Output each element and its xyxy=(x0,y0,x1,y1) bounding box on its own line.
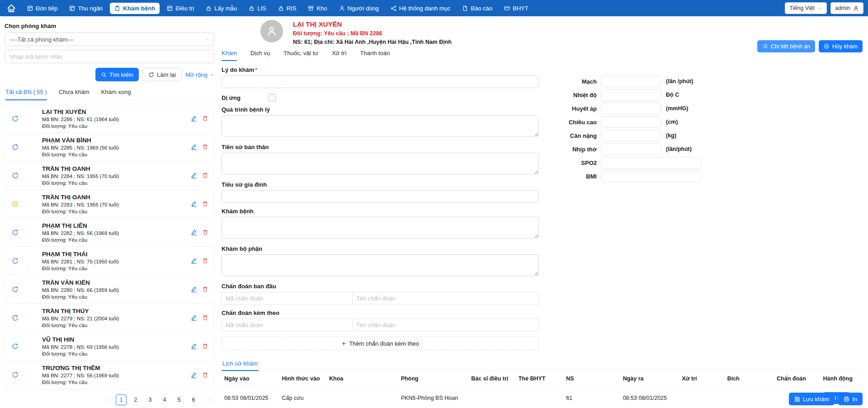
pencil-icon[interactable] xyxy=(191,258,197,264)
nav-item[interactable]: Kho xyxy=(303,3,331,14)
home-icon[interactable] xyxy=(6,3,16,13)
nav-item-label: RIS xyxy=(287,5,297,12)
trash-icon[interactable] xyxy=(202,372,208,378)
history-cell: 08:53 08/01/2025 xyxy=(620,386,679,408)
nav-item[interactable]: LIS xyxy=(244,3,271,14)
patient-list-tab[interactable]: Tất cả BN ( 55 ) xyxy=(5,89,47,100)
secondary-diagnosis-code-input[interactable] xyxy=(222,319,353,331)
vital-input[interactable] xyxy=(601,116,661,128)
patient-list-item[interactable]: TRẦN VĂN KIẾNMã BN: 2280 ; NS: 66 (1959 … xyxy=(5,275,214,304)
exam-tab[interactable]: Khám xyxy=(222,50,237,61)
secondary-diagnosis-name-input[interactable] xyxy=(352,319,539,331)
trash-icon[interactable] xyxy=(202,286,208,292)
trash-icon[interactable] xyxy=(202,115,208,122)
vital-input[interactable] xyxy=(601,143,661,155)
patient-page-3[interactable]: 3 xyxy=(145,394,156,405)
nav-item[interactable]: Khám bệnh xyxy=(110,3,160,14)
vital-input[interactable] xyxy=(601,130,661,141)
nav-item[interactable]: Lấy mẫu xyxy=(201,3,241,14)
pencil-icon[interactable] xyxy=(191,372,197,378)
patient-code-input[interactable] xyxy=(5,50,214,63)
patient-page-6[interactable]: 6 xyxy=(188,394,199,405)
patient-list-tab[interactable]: Khám xong xyxy=(101,89,131,100)
chevron-right-icon[interactable] xyxy=(203,394,213,405)
patient-page-2[interactable]: 2 xyxy=(130,394,141,405)
exam-tab[interactable]: Xử trí xyxy=(332,50,347,61)
personal-history-textarea[interactable] xyxy=(222,153,539,174)
vital-label: BMI xyxy=(567,173,597,180)
nav-item[interactable]: Báo cáo xyxy=(458,3,497,14)
vital-input[interactable] xyxy=(601,89,661,101)
pencil-icon[interactable] xyxy=(191,314,197,321)
trash-icon[interactable] xyxy=(202,343,208,349)
patient-page-1[interactable]: 1 xyxy=(116,394,127,405)
nav-item[interactable]: BHYT xyxy=(500,3,533,14)
trash-icon[interactable] xyxy=(202,144,208,150)
history-tab[interactable]: Lịch sử khám xyxy=(222,360,259,371)
exam-tab[interactable]: Dịch vụ xyxy=(250,50,270,61)
vital-input[interactable] xyxy=(601,157,701,169)
chevron-left-icon[interactable] xyxy=(101,394,112,405)
pencil-icon[interactable] xyxy=(191,144,197,150)
patient-list-item[interactable]: TRƯƠNG THỊ THÊMMã BN: 2277 ; NS: 56 (196… xyxy=(5,361,214,389)
patient-list-tab[interactable]: Chưa khám xyxy=(59,89,90,100)
pencil-icon[interactable] xyxy=(191,172,197,178)
patient-list-item[interactable]: TRẦN THỊ OANHMã BN: 2284 ; NS: 1955 (70 … xyxy=(5,161,214,190)
patient-item-name: TRƯƠNG THỊ THÊM xyxy=(42,365,119,371)
reason-input[interactable] xyxy=(222,75,539,88)
patient-list-item[interactable]: LẠI THỊ XUYẾNMã BN: 2286 ; NS: 61 (1964 … xyxy=(5,104,214,133)
pathology-textarea[interactable] xyxy=(222,115,539,137)
pencil-icon[interactable] xyxy=(191,115,197,122)
trash-icon[interactable] xyxy=(202,172,208,178)
medical-record-detail-button[interactable]: Chi tiết bệnh án xyxy=(757,40,815,52)
nav-item[interactable]: Người dùng xyxy=(335,3,383,14)
patient-list-item[interactable]: VŨ THỊ HINMã BN: 2278 ; NS: 69 (1956 tuổ… xyxy=(5,332,214,361)
save-exam-button[interactable]: Lưu khám xyxy=(789,393,835,405)
lock-icon xyxy=(249,5,255,11)
exam-label: Khám bệnh xyxy=(222,208,539,215)
language-select[interactable]: Tiếng Việt xyxy=(785,2,827,14)
initial-diagnosis-code-input[interactable] xyxy=(222,292,353,305)
pencil-icon[interactable] xyxy=(191,343,197,349)
nav-item[interactable]: Hệ thống danh mục xyxy=(386,3,455,14)
exam-textarea[interactable] xyxy=(222,217,539,239)
nav-item[interactable]: Đón tiếp xyxy=(23,3,62,14)
history-cell xyxy=(679,386,724,408)
patient-item-text: LẠI THỊ XUYẾNMã BN: 2286 ; NS: 61 (1964 … xyxy=(42,108,119,129)
add-diagnosis-button[interactable]: Thêm chẩn đoán kèm theo xyxy=(222,337,539,350)
print-button[interactable]: In xyxy=(838,393,863,405)
clinic-select-label: Chọn phòng khám xyxy=(5,23,214,29)
nav-item[interactable]: RIS xyxy=(274,3,301,14)
user-menu[interactable]: admin xyxy=(830,2,863,14)
cancel-exam-button[interactable]: Hủy khám xyxy=(819,40,863,52)
trash-icon[interactable] xyxy=(202,314,208,321)
exam-tab[interactable]: Thanh toán xyxy=(360,50,390,61)
expand-link[interactable]: Mở rộng xyxy=(185,71,214,78)
nav-item[interactable]: Thu ngân xyxy=(65,3,107,14)
clinic-select[interactable]: ----Tất cả phòng khám--- xyxy=(5,33,214,46)
patient-list-item[interactable]: TRẦN THỊ THÚYMã BN: 2279 ; NS: 21 (2004 … xyxy=(5,304,214,332)
patient-page-4[interactable]: 4 xyxy=(159,394,170,405)
pencil-icon[interactable] xyxy=(191,286,197,292)
allergy-checkbox[interactable] xyxy=(269,94,276,101)
patient-list-item[interactable]: PHẠM THỊ LIÊNMã BN: 2282 ; NS: 56 (1969 … xyxy=(5,218,214,247)
pencil-icon[interactable] xyxy=(191,201,197,207)
search-button[interactable]: Tìm kiếm xyxy=(95,68,139,81)
trash-icon[interactable] xyxy=(202,258,208,264)
exam-parts-textarea[interactable] xyxy=(222,254,539,276)
vital-input[interactable] xyxy=(601,103,661,114)
nav-item[interactable]: Điều trị xyxy=(162,3,198,14)
trash-icon[interactable] xyxy=(202,229,208,235)
exam-tab[interactable]: Thuốc, vật tư xyxy=(283,50,318,61)
patient-list-item[interactable]: TRẦN THỊ OANHMã BN: 2283 ; NS: 1955 (70 … xyxy=(5,190,214,218)
vital-input[interactable] xyxy=(601,170,701,182)
vital-input[interactable] xyxy=(601,75,661,87)
patient-list-item[interactable]: PHẠM THỊ THÁIMã BN: 2281 ; NS: 75 (1950 … xyxy=(5,247,214,275)
family-history-input[interactable] xyxy=(222,190,539,203)
trash-icon[interactable] xyxy=(202,201,208,207)
initial-diagnosis-name-input[interactable] xyxy=(352,292,539,305)
patient-list-item[interactable]: PHẠM VĂN BÌNHMã BN: 2285 ; NS: 1969 (56 … xyxy=(5,133,214,161)
patient-page-5[interactable]: 5 xyxy=(174,394,184,405)
reset-button[interactable]: Làm lại xyxy=(142,68,182,81)
pencil-icon[interactable] xyxy=(191,229,197,235)
